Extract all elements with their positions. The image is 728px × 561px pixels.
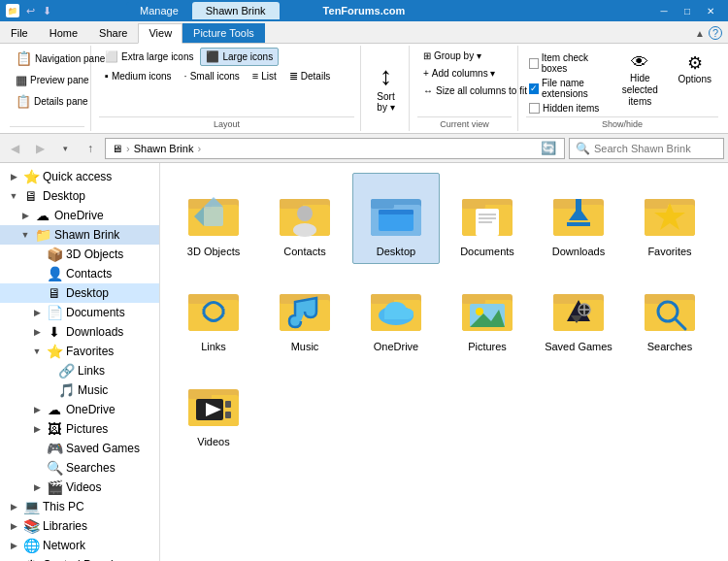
sidebar-item-contacts[interactable]: 👤 Contacts xyxy=(0,264,159,283)
window-controls: ─ □ ✕ xyxy=(652,2,722,19)
sidebar-item-onedrive-top[interactable]: ▶ ☁ OneDrive xyxy=(0,206,159,225)
expander-icon: ▼ xyxy=(8,191,19,201)
sidebar-item-onedrive[interactable]: ▶ ☁ OneDrive xyxy=(0,400,159,419)
large-icons-btn[interactable]: ⬛ Large icons xyxy=(200,48,279,66)
add-columns-btn[interactable]: + Add columns ▾ xyxy=(417,65,501,82)
sidebar-item-shawn-brink[interactable]: ▼ 📁 Shawn Brink xyxy=(0,225,159,245)
control-panel-icon: ⚙ xyxy=(22,557,40,561)
sidebar-item-3d-objects[interactable]: 📦 3D Objects xyxy=(0,245,159,264)
file-name-extensions-row[interactable]: ✓ File name extensions xyxy=(526,77,609,100)
folder-favorites[interactable]: Favorites xyxy=(626,173,713,264)
item-check-boxes-row[interactable]: Item check boxes xyxy=(526,51,609,75)
forward-btn[interactable]: ▶ xyxy=(29,138,50,159)
folder-contacts[interactable]: Contacts xyxy=(261,173,348,264)
up-btn[interactable]: ↑ xyxy=(80,138,101,159)
expander-icon: ▶ xyxy=(8,521,19,531)
folder-links-icon xyxy=(182,275,245,337)
folder-desktop-icon xyxy=(365,180,427,242)
tab-home[interactable]: Home xyxy=(39,23,88,43)
sidebar-item-favorites[interactable]: ▼ ⭐ Favorites xyxy=(0,342,159,361)
expander-icon: ▼ xyxy=(31,346,43,356)
minimize-btn[interactable]: ─ xyxy=(652,2,676,19)
folder-downloads[interactable]: Downloads xyxy=(535,173,622,264)
folder-desktop[interactable]: Desktop xyxy=(352,173,440,264)
item-check-boxes-checkbox[interactable] xyxy=(529,58,539,69)
properties-btn[interactable]: ⬇ xyxy=(40,4,54,18)
folder-searches-icon xyxy=(639,275,701,337)
back-btn[interactable]: ◀ xyxy=(4,138,25,159)
folder-documents[interactable]: Documents xyxy=(444,173,531,264)
sidebar-item-control-panel[interactable]: ⚙ Control Panel xyxy=(0,555,159,561)
small-icons-btn[interactable]: · Small icons xyxy=(179,67,246,84)
folder-onedrive[interactable]: OneDrive xyxy=(352,268,440,359)
close-btn[interactable]: ✕ xyxy=(699,2,722,19)
hide-selected-btn[interactable]: 👁 Hide selecteditems xyxy=(614,50,665,111)
svg-rect-60 xyxy=(645,300,695,331)
file-name-extensions-checkbox[interactable]: ✓ xyxy=(529,83,539,94)
search-box[interactable]: 🔍 xyxy=(569,138,724,159)
svg-rect-18 xyxy=(462,199,485,209)
manage-tab[interactable]: Manage xyxy=(126,2,192,19)
folder-links[interactable]: Links xyxy=(170,268,257,359)
folder-music-label: Music xyxy=(291,341,319,352)
sidebar-item-videos[interactable]: ▶ 🎬 Videos xyxy=(0,478,159,497)
folder-3d-objects-label: 3D Objects xyxy=(187,246,240,257)
group-by-btn[interactable]: ⊞ Group by ▾ xyxy=(417,48,487,64)
expander-icon: ▶ xyxy=(31,327,43,337)
pictures-icon: 🖼 xyxy=(46,421,63,437)
folder-music[interactable]: Music xyxy=(261,268,348,359)
sidebar-label-3d-objects: 3D Objects xyxy=(66,248,123,261)
sidebar-label-libraries: Libraries xyxy=(43,519,87,533)
tab-file[interactable]: File xyxy=(0,23,39,43)
undo-btn[interactable]: ↩ xyxy=(23,4,38,18)
size-columns-btn[interactable]: ↔ Size all columns to fit xyxy=(417,82,533,99)
options-btn[interactable]: ⚙ Options xyxy=(672,50,718,87)
svg-rect-22 xyxy=(479,221,492,223)
tab-picture-tools[interactable]: Picture Tools xyxy=(182,23,265,43)
tab-share[interactable]: Share xyxy=(88,23,138,43)
sidebar-item-links[interactable]: 🔗 Links xyxy=(0,361,159,380)
folder-3d-objects[interactable]: 3D Objects xyxy=(170,173,257,264)
documents-icon: 📄 xyxy=(46,305,63,320)
folder-videos[interactable]: Videos xyxy=(170,363,257,454)
address-path[interactable]: 🖥 › Shawn Brink › 🔄 xyxy=(105,138,565,159)
medium-icons-btn[interactable]: ▪ Medium icons xyxy=(99,67,178,84)
sidebar-item-desktop-top[interactable]: ▼ 🖥 Desktop xyxy=(0,186,159,206)
sidebar-item-downloads[interactable]: ▶ ⬇ Downloads xyxy=(0,322,159,342)
folder-searches[interactable]: Searches xyxy=(626,268,713,359)
search-input[interactable] xyxy=(594,143,717,154)
help-btn[interactable]: ? xyxy=(709,26,722,40)
sidebar-item-pictures[interactable]: ▶ 🖼 Pictures xyxy=(0,419,159,439)
sidebar-item-this-pc[interactable]: ▶ 💻 This PC xyxy=(0,497,159,516)
sidebar-item-documents[interactable]: ▶ 📄 Documents xyxy=(0,303,159,322)
maximize-btn[interactable]: □ xyxy=(676,2,699,19)
folder-saved-games-icon xyxy=(547,275,610,337)
list-btn[interactable]: ≡ List xyxy=(247,67,282,84)
folder-saved-games[interactable]: Saved Games xyxy=(535,268,622,359)
folder-pictures[interactable]: Pictures xyxy=(444,268,531,359)
tab-view[interactable]: View xyxy=(138,23,182,44)
preview-pane-btn[interactable]: ▦ Preview pane xyxy=(10,70,95,90)
shawn-brink-tab[interactable]: Shawn Brink xyxy=(192,2,280,19)
details-pane-btn[interactable]: 📋 Details pane xyxy=(10,91,94,112)
folder-favorites-icon xyxy=(639,180,701,242)
3d-objects-icon: 📦 xyxy=(46,247,63,262)
title-bar-left: 📁 ↩ ⬇ xyxy=(6,4,54,18)
details-btn[interactable]: ≣ Details xyxy=(283,67,337,85)
ribbon-collapse-btn[interactable]: ▲ xyxy=(695,28,705,39)
sidebar-item-music[interactable]: 🎵 Music xyxy=(0,380,159,400)
recent-locations-btn[interactable]: ▾ xyxy=(54,138,76,159)
sidebar-label-this-pc: This PC xyxy=(43,500,84,513)
hidden-items-checkbox[interactable] xyxy=(529,103,540,114)
extra-large-icons-btn[interactable]: ⬜ Extra large icons xyxy=(99,48,199,66)
address-bar: ◀ ▶ ▾ ↑ 🖥 › Shawn Brink › 🔄 🔍 xyxy=(0,134,728,163)
refresh-btn[interactable]: 🔄 xyxy=(539,139,558,157)
sidebar-item-searches[interactable]: 🔍 Searches xyxy=(0,458,159,478)
sort-by-btn[interactable]: ↕ Sortby ▾ xyxy=(377,57,394,113)
sidebar-item-quick-access[interactable]: ▶ ⭐ Quick access xyxy=(0,167,159,186)
sidebar-item-network[interactable]: ▶ 🌐 Network xyxy=(0,536,159,555)
sidebar-item-saved-games[interactable]: 🎮 Saved Games xyxy=(0,439,159,458)
sidebar-item-libraries[interactable]: ▶ 📚 Libraries xyxy=(0,516,159,536)
sidebar-item-desktop[interactable]: 🖥 Desktop xyxy=(0,283,159,303)
hidden-items-row[interactable]: Hidden items xyxy=(526,102,609,115)
